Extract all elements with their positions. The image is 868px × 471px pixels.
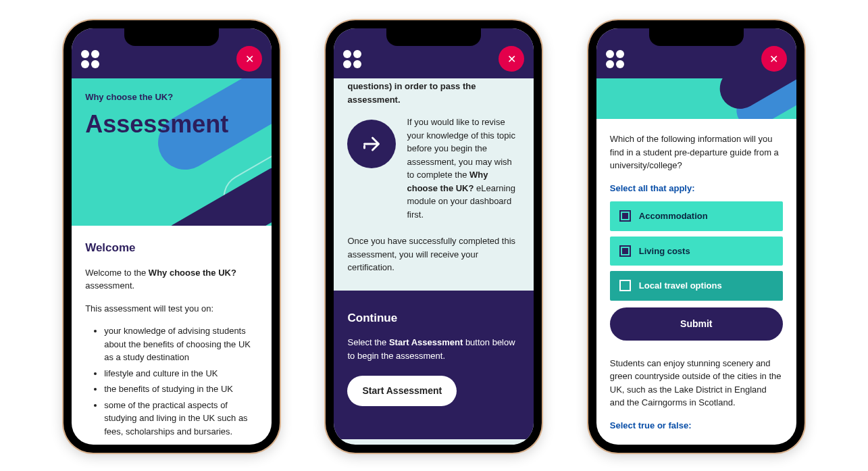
start-assessment-button[interactable]: Start Assessment (347, 376, 457, 406)
phone-mockup-2: ✕ questions) in order to pass the assess… (326, 20, 542, 453)
certification-text: Once you have successfully completed thi… (347, 234, 520, 274)
close-icon: ✕ (245, 53, 254, 66)
list-item: your knowledge of advising students abou… (104, 324, 258, 364)
question-content: Which of the following information will … (596, 119, 796, 445)
screen-2: ✕ questions) in order to pass the assess… (334, 28, 534, 445)
test-bullets: your knowledge of advising students abou… (85, 324, 258, 438)
revise-row: If you would like to revise your knowled… (347, 116, 520, 221)
arrow-icon (347, 120, 396, 168)
list-item: the benefits of studying in the UK (104, 382, 258, 396)
screen-1: ✕ Why choose the UK? Assessment Welcome … (72, 28, 272, 445)
hero-banner-small (596, 78, 796, 119)
option-local-travel[interactable]: Local travel options (610, 271, 783, 301)
option-accommodation[interactable]: Accommodation (610, 201, 783, 231)
app-logo-icon (606, 50, 624, 68)
instruction-text: Select true or false: (610, 419, 783, 432)
cutoff-text: questions) in order to pass the assessme… (347, 78, 520, 116)
phone-notch (649, 28, 744, 46)
statement-text: Students can enjoy stunning scenery and … (610, 357, 783, 410)
close-icon: ✕ (769, 53, 778, 66)
screen-3: ✕ Which of the following information wil… (596, 28, 796, 445)
list-item: lifestyle and culture in the UK (104, 367, 258, 380)
hero-banner: Why choose the UK? Assessment (72, 78, 272, 226)
hero-subtitle: Why choose the UK? (85, 92, 258, 102)
welcome-text: Welcome to the Why choose the UK? assess… (85, 266, 258, 293)
continue-heading: Continue (347, 309, 520, 327)
submit-button[interactable]: Submit (610, 307, 783, 341)
close-icon: ✕ (507, 53, 516, 66)
option-label: Accommodation (639, 209, 708, 223)
phone-mockup-3: ✕ Which of the following information wil… (588, 20, 805, 453)
question-text: Which of the following information will … (610, 132, 783, 172)
close-button[interactable]: ✕ (499, 46, 524, 72)
close-button[interactable]: ✕ (761, 46, 787, 72)
hero-title: Assessment (85, 110, 258, 139)
continue-text: Select the Start Assessment button below… (347, 336, 520, 362)
phone-mockup-1: ✕ Why choose the UK? Assessment Welcome … (63, 20, 280, 453)
continue-panel: Continue Select the Start Assessment but… (334, 291, 534, 439)
test-intro: This assessment will test you on: (85, 302, 258, 316)
info-panel: questions) in order to pass the assessme… (334, 78, 534, 291)
phone-notch (124, 28, 219, 46)
welcome-heading: Welcome (85, 239, 258, 257)
app-logo-icon (81, 50, 99, 68)
checkbox-checked-icon (619, 210, 631, 222)
revise-text: If you would like to revise your knowled… (407, 116, 520, 221)
welcome-content: Welcome Welcome to the Why choose the UK… (72, 226, 272, 445)
option-label: Local travel options (639, 279, 722, 293)
checkbox-checked-icon (619, 245, 631, 257)
option-living-costs[interactable]: Living costs (610, 237, 783, 266)
option-label: Living costs (639, 245, 690, 258)
list-item: some of the practical aspects of studyin… (104, 399, 258, 439)
close-button[interactable]: ✕ (236, 46, 262, 72)
app-logo-icon (343, 50, 361, 68)
instruction-text: Select all that apply: (610, 182, 783, 195)
checkbox-unchecked-icon (619, 280, 631, 291)
phone-notch (386, 28, 481, 46)
